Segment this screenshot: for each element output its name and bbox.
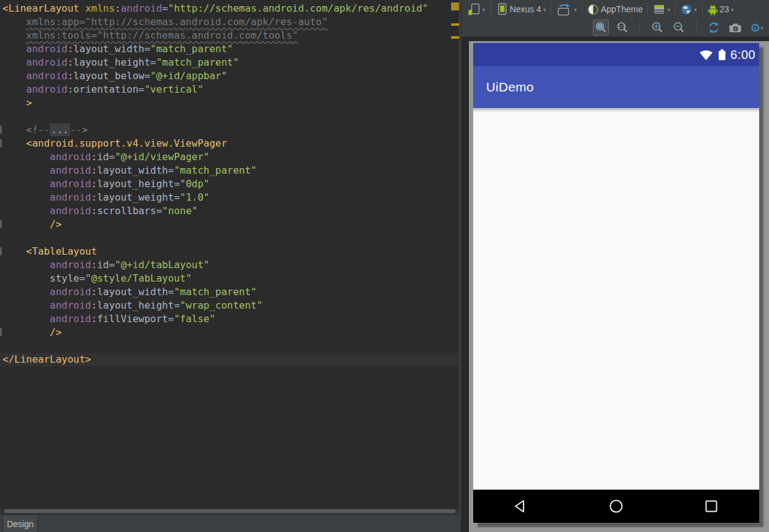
code-line[interactable]: android:layout_height="match_parent"	[0, 56, 459, 69]
code-line[interactable]: <android.support.v4.view.ViewPager	[0, 137, 459, 150]
fold-marker[interactable]	[0, 328, 2, 336]
code-token-plain: =	[109, 259, 115, 271]
code-token-ns: android	[50, 164, 91, 176]
preview-content-area[interactable]	[473, 108, 759, 490]
code-token-tag: />	[50, 218, 61, 230]
code-token-plain: :	[91, 191, 98, 203]
screenshot-camera-icon	[728, 21, 742, 34]
activity-picker[interactable]: ▾	[652, 1, 671, 17]
code-line[interactable]: >	[0, 96, 459, 110]
zoom-out-icon	[673, 21, 685, 34]
toolbar-separator	[696, 21, 697, 34]
code-line[interactable]	[0, 110, 459, 123]
canvas-border	[462, 37, 769, 41]
code-token-plain: =	[144, 70, 150, 82]
code-token-tag: >	[26, 97, 33, 109]
xml-editor[interactable]: <LinearLayout xmlns:android="http://sche…	[0, 0, 461, 532]
code-token-tag: </LinearLayout>	[2, 353, 91, 365]
code-line[interactable]: android:id="@+id/viewPager"	[0, 150, 459, 164]
code-line[interactable]: style="@style/TabLayout"	[0, 272, 459, 285]
code-line[interactable]: android:id="@+id/tabLayout"	[0, 258, 459, 272]
zoom-to-fit-button[interactable]	[593, 20, 609, 36]
code-token-ns: android	[50, 151, 91, 163]
wifi-icon	[698, 48, 714, 61]
code-line[interactable]: android:layout_height="wrap_content"	[0, 299, 459, 312]
code-token-plain: :	[68, 56, 74, 68]
code-line[interactable]: android:layout_below="@+id/appbar"	[0, 69, 459, 83]
toolbar-separator	[647, 2, 648, 16]
code-token-plain	[2, 137, 26, 149]
tab-design[interactable]: Design	[2, 515, 38, 532]
code-line[interactable]: android:layout_weight="1.0"	[0, 191, 459, 204]
code-token-val: "http://schemas.android.com/apk/res/andr…	[168, 2, 428, 14]
nav-home-button[interactable]	[568, 498, 663, 515]
code-line[interactable]: android:layout_width="match_parent"	[0, 285, 459, 299]
device-picker[interactable]: Nexus 4 ▾	[495, 1, 547, 17]
screenshot-button[interactable]	[727, 20, 743, 36]
preview-status-bar[interactable]: 6:00	[473, 43, 759, 66]
config-icon	[467, 3, 481, 16]
theme-picker[interactable]: AppTheme	[586, 1, 644, 17]
preview-navigation-bar[interactable]	[473, 490, 759, 523]
status-bar-clock: 6:00	[730, 48, 755, 62]
locale-picker[interactable]: ▾	[679, 1, 698, 17]
code-line[interactable]	[0, 231, 459, 245]
code-token-attr: layout_width	[74, 43, 145, 55]
code-token-plain	[2, 286, 50, 298]
inspection-status-icon[interactable]	[451, 2, 459, 10]
toolbar-separator	[702, 2, 703, 16]
code-token-val: "@+id/viewPager"	[115, 151, 209, 163]
code-line[interactable]: />	[0, 218, 459, 231]
code-token-plain: :	[91, 178, 98, 190]
fold-marker[interactable]	[0, 247, 2, 255]
preview-app-bar[interactable]: UiDemo	[473, 66, 759, 108]
code-token-plain	[2, 178, 50, 190]
orientation-picker[interactable]: ▾	[555, 1, 578, 17]
horizontal-scrollbar[interactable]	[0, 509, 459, 514]
code-line[interactable]: xmlns:tools="http://schemas.android.com/…	[0, 29, 459, 42]
design-canvas[interactable]: 6:00 UiDemo	[462, 37, 769, 532]
code-token-ns: android	[26, 43, 68, 55]
api-version-picker[interactable]: 23 ▾	[706, 1, 735, 17]
code-line[interactable]: <!--...-->	[0, 123, 459, 137]
api-level-label: 23	[720, 4, 730, 14]
code-line[interactable]: android:scrollbars="none"	[0, 204, 459, 218]
preview-settings-button[interactable]: ⚙ ▾	[749, 20, 765, 36]
code-line[interactable]: />	[0, 326, 459, 339]
chevron-down-icon: ▾	[543, 6, 546, 13]
code-line[interactable]: android:layout_height="0dp"	[0, 177, 459, 191]
rendered-device-screen[interactable]: 6:00 UiDemo	[473, 43, 759, 523]
toolbar-separator	[675, 2, 676, 16]
code-line[interactable]: <TableLayout	[0, 245, 459, 258]
code-line[interactable]: android:layout_width="match_parent"	[0, 164, 459, 177]
code-line[interactable]: xmlns:app="http://schemas.android.com/ap…	[0, 15, 459, 29]
code-token-fold: ...	[50, 123, 70, 136]
code-line[interactable]: android:layout_width="match_parent"	[0, 42, 459, 56]
code-line[interactable]	[0, 339, 459, 353]
code-token-plain: =	[168, 164, 174, 176]
configuration-picker[interactable]: ▾	[466, 1, 487, 17]
code-token-plain	[2, 97, 26, 109]
fold-marker[interactable]	[0, 220, 2, 228]
code-token-plain	[2, 205, 50, 217]
fold-marker[interactable]	[0, 139, 2, 147]
zoom-in-button[interactable]	[649, 20, 665, 36]
zoom-out-button[interactable]	[671, 20, 687, 36]
code-token-attr: layout_below	[74, 70, 145, 82]
scrollbar-thumb[interactable]	[4, 509, 455, 513]
zoom-actual-size-button[interactable]: 1:1	[614, 20, 630, 36]
code-line[interactable]: android:fillViewport="false"	[0, 312, 459, 326]
code-token-ns: android	[50, 178, 91, 190]
home-circle-icon	[608, 498, 625, 515]
fold-marker[interactable]	[0, 126, 2, 134]
code-token-val: "vertical"	[144, 83, 203, 95]
code-line[interactable]: android:orientation="vertical"	[0, 83, 459, 96]
code-token-plain	[2, 299, 50, 311]
code-token-plain: :	[91, 299, 98, 311]
code-token-plain: =	[144, 43, 150, 55]
nav-back-button[interactable]	[473, 498, 568, 515]
code-line[interactable]: </LinearLayout>	[0, 353, 459, 366]
code-line[interactable]: <LinearLayout xmlns:android="http://sche…	[0, 2, 459, 15]
refresh-button[interactable]	[706, 20, 722, 36]
nav-recents-button[interactable]	[664, 498, 759, 515]
